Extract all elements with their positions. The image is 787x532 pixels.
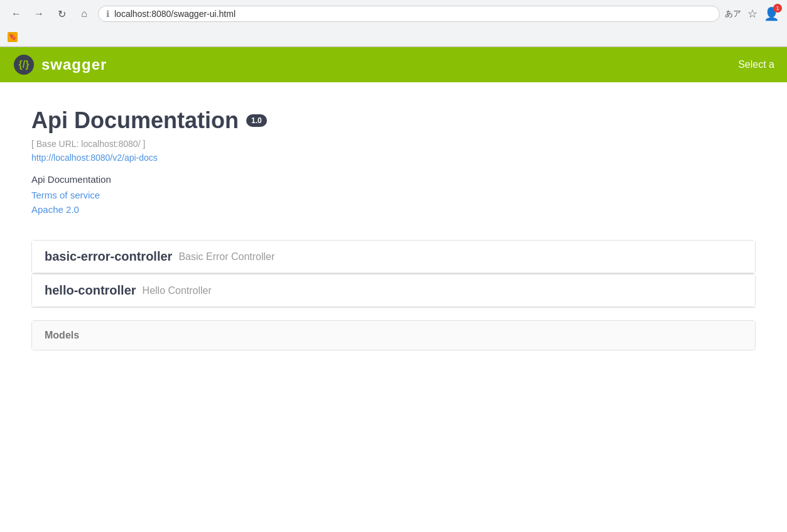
hello-controller-block: hello-controller Hello Controller [31, 274, 756, 307]
controller-divider-2 [31, 307, 756, 308]
basic-error-controller-header[interactable]: basic-error-controller Basic Error Contr… [32, 241, 755, 273]
basic-error-controller-name: basic-error-controller [45, 249, 172, 264]
browser-toolbar: ← → ↻ ⌂ ℹ localhost:8080/swagger-ui.html… [0, 0, 787, 28]
info-icon: ℹ [106, 9, 109, 19]
api-title-row: Api Documentation 1.0 [31, 107, 756, 134]
home-button[interactable]: ⌂ [75, 5, 93, 23]
models-header[interactable]: Models [32, 321, 755, 350]
terms-of-service-link[interactable]: Terms of service [31, 190, 756, 200]
lang-button[interactable]: あア [725, 8, 741, 19]
swagger-header: {/} swagger Select a [0, 47, 787, 82]
models-section: Models [31, 320, 756, 350]
api-title: Api Documentation [31, 107, 239, 134]
back-button[interactable]: ← [8, 5, 25, 23]
license-link[interactable]: Apache 2.0 [31, 204, 756, 215]
notification-badge[interactable]: 👤 1 [764, 6, 779, 21]
swagger-logo: {/} swagger [13, 53, 107, 76]
bookmarks-bar: 🔖 [0, 28, 787, 46]
forward-button[interactable]: → [30, 5, 48, 23]
controllers-section: basic-error-controller Basic Error Contr… [31, 240, 756, 308]
main-content: Api Documentation 1.0 [ Base URL: localh… [0, 82, 787, 376]
models-title: Models [45, 330, 79, 340]
notification-count: 1 [773, 4, 782, 13]
base-url: [ Base URL: localhost:8080/ ] [31, 139, 756, 149]
api-docs-link[interactable]: http://localhost:8080/v2/api-docs [31, 153, 756, 163]
basic-error-controller-desc: Basic Error Controller [178, 251, 274, 263]
reload-button[interactable]: ↻ [53, 5, 70, 23]
browser-chrome: ← → ↻ ⌂ ℹ localhost:8080/swagger-ui.html… [0, 0, 787, 47]
browser-actions: あア ☆ 👤 1 [725, 6, 779, 21]
address-bar[interactable]: ℹ localhost:8080/swagger-ui.html [98, 6, 720, 22]
api-description: Api Documentation [31, 174, 756, 185]
star-button[interactable]: ☆ [747, 7, 757, 21]
hello-controller-header[interactable]: hello-controller Hello Controller [32, 274, 755, 307]
bookmark-favicon: 🔖 [8, 32, 18, 42]
hello-controller-desc: Hello Controller [143, 285, 212, 296]
url-text: localhost:8080/swagger-ui.html [114, 9, 236, 19]
basic-error-controller-block: basic-error-controller Basic Error Contr… [31, 240, 756, 273]
select-a-label: Select a [738, 59, 774, 70]
version-badge: 1.0 [246, 114, 267, 127]
hello-controller-name: hello-controller [45, 283, 136, 298]
swagger-title: swagger [41, 56, 107, 73]
swagger-icon: {/} [13, 53, 35, 76]
